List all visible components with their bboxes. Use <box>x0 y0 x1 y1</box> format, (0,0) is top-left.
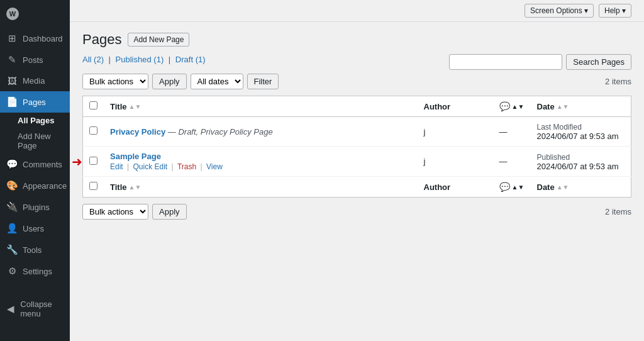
sidebar-item-settings[interactable]: ⚙ Settings <box>0 260 70 282</box>
all-dates-select[interactable]: All dates <box>191 74 243 89</box>
media-icon: 🖼 <box>6 75 18 86</box>
sidebar-item-label: Users <box>23 224 44 233</box>
title-header: Title ▲▼ <box>104 96 418 117</box>
sidebar-item-label: Comments <box>23 160 62 169</box>
settings-icon: ⚙ <box>6 266 18 277</box>
footer-comments-bubble-icon: 💬 <box>499 182 510 192</box>
footer-select-all-checkbox[interactable] <box>89 182 97 190</box>
submenu-all-pages[interactable]: All Pages <box>0 113 70 128</box>
sidebar-item-media[interactable]: 🖼 Media <box>0 70 70 91</box>
collapse-menu[interactable]: ◀ Collapse menu <box>0 294 70 323</box>
filter-published-link[interactable]: Published (1) <box>116 55 166 64</box>
wp-logo: W <box>0 0 70 28</box>
row2-trash-link[interactable]: Trash <box>177 162 196 171</box>
select-all-header <box>83 96 104 117</box>
footer-date-header: Date ▲▼ <box>531 177 631 198</box>
topbar: Screen Options ▾ Help ▾ <box>70 0 644 22</box>
dashboard-icon: ⊞ <box>6 33 18 44</box>
page-title: Pages <box>82 31 121 48</box>
row1-checkbox[interactable] <box>89 126 97 135</box>
comments-bubble-icon: 💬 <box>499 101 510 111</box>
row2-view-link[interactable]: View <box>206 162 223 171</box>
search-pages-button[interactable]: Search Pages <box>566 54 631 70</box>
sidebar-item-label: Plugins <box>23 203 50 212</box>
add-new-page-button[interactable]: Add New Page <box>128 33 189 47</box>
row2-date-info: Published 2024/06/07 at 9:53 am <box>537 152 625 171</box>
row2-date-cell: Published 2024/06/07 at 9:53 am <box>531 147 631 177</box>
main-content: Screen Options ▾ Help ▾ Pages Add New Pa… <box>70 0 644 341</box>
sidebar: W ⊞ Dashboard ✎ Posts 🖼 Media 📄 Pages Al… <box>0 0 70 341</box>
author-header: Author <box>418 96 493 117</box>
apply-button-top[interactable]: Apply <box>152 74 187 89</box>
sidebar-item-label: Tools <box>23 245 42 255</box>
bulk-actions-select-bottom[interactable]: Bulk actions <box>82 204 148 220</box>
sidebar-item-pages[interactable]: 📄 Pages <box>0 91 70 113</box>
pages-submenu: All Pages Add New Page <box>0 113 70 154</box>
comments-col-header: 💬 ▲▼ <box>499 101 525 111</box>
table-row: ➜ Sample Page Edit | Quick Edit | Trash … <box>83 147 631 177</box>
sidebar-item-comments[interactable]: 💬 Comments <box>0 154 70 175</box>
title-col-header[interactable]: Title ▲▼ <box>110 102 411 111</box>
row2-title-link[interactable]: Sample Page <box>110 152 161 161</box>
row1-title-link[interactable]: Privacy Policy <box>110 127 168 137</box>
users-icon: 👤 <box>6 223 18 234</box>
table-footer-row: Title ▲▼ Author 💬 ▲▼ <box>83 177 631 198</box>
table-header-row: Title ▲▼ Author 💬 ▲▼ <box>83 96 631 117</box>
table-row: Privacy Policy — Draft, Privacy Policy P… <box>83 117 631 147</box>
submenu-add-new-page[interactable]: Add New Page <box>0 128 70 154</box>
sidebar-item-plugins[interactable]: 🔌 Plugins <box>0 196 70 218</box>
sidebar-item-appearance[interactable]: 🎨 Appearance <box>0 175 70 196</box>
filter-links: All (2) | Published (1) | Draft (1) <box>82 55 206 64</box>
sidebar-item-label: Appearance <box>23 181 67 191</box>
row2-edit-link[interactable]: Edit <box>110 162 123 171</box>
row1-title-cell: Privacy Policy — Draft, Privacy Policy P… <box>104 117 418 147</box>
sidebar-item-users[interactable]: 👤 Users <box>0 218 70 239</box>
filter-draft-link[interactable]: Draft (1) <box>175 55 206 64</box>
row2-quick-edit-link[interactable]: Quick Edit <box>133 162 167 171</box>
row2-checkbox[interactable] <box>89 157 97 165</box>
wp-logo-icon: W <box>6 8 19 20</box>
row1-checkbox-cell <box>83 117 104 147</box>
content-area: Pages Add New Page All (2) | Published (… <box>70 22 644 229</box>
footer-author-header: Author <box>418 177 493 198</box>
title-sort-icon: ▲▼ <box>129 103 142 110</box>
row1-author-cell: j <box>418 117 493 147</box>
collapse-icon: ◀ <box>6 303 15 315</box>
row1-date-cell: Last Modified 2024/06/07 at 9:53 am <box>531 117 631 147</box>
comments-icon: 💬 <box>6 159 18 170</box>
tools-icon: 🔧 <box>6 244 18 255</box>
posts-icon: ✎ <box>6 54 18 65</box>
footer-date-col-header[interactable]: Date ▲▼ <box>537 182 625 192</box>
date-sort-icon: ▲▼ <box>557 103 569 110</box>
sort-arrows: ▲▼ <box>512 103 525 110</box>
bulk-actions-select-top[interactable]: Bulk actions <box>82 74 148 89</box>
table-controls-bottom: Bulk actions Apply 2 items <box>82 204 631 220</box>
page-header: Pages Add New Page <box>82 31 631 48</box>
filter-all-link[interactable]: All (2) <box>82 55 106 64</box>
date-header: Date ▲▼ <box>531 96 631 117</box>
date-col-header[interactable]: Date ▲▼ <box>537 102 625 111</box>
footer-checkbox-header <box>83 177 104 198</box>
sidebar-item-tools[interactable]: 🔧 Tools <box>0 239 70 260</box>
sidebar-item-posts[interactable]: ✎ Posts <box>0 49 70 70</box>
row2-comments-cell: — <box>493 147 531 177</box>
apply-button-bottom[interactable]: Apply <box>152 204 187 220</box>
select-all-checkbox[interactable] <box>89 101 97 109</box>
sidebar-item-label: Settings <box>23 267 52 276</box>
help-button[interactable]: Help ▾ <box>599 4 631 18</box>
row-arrow-indicator: ➜ <box>72 154 82 169</box>
pages-table: Title ▲▼ Author 💬 ▲▼ <box>82 96 631 198</box>
sidebar-item-label: Posts <box>23 55 43 65</box>
footer-title-sort-icon: ▲▼ <box>129 184 142 191</box>
search-input[interactable] <box>449 54 562 70</box>
items-count-top: 2 items <box>605 77 631 86</box>
filter-button[interactable]: Filter <box>247 74 279 89</box>
pages-icon: 📄 <box>6 96 18 108</box>
row2-checkbox-cell: ➜ <box>83 147 104 177</box>
table-controls-top: Bulk actions Apply All dates Filter 2 it… <box>82 74 631 89</box>
sidebar-item-dashboard[interactable]: ⊞ Dashboard <box>0 28 70 49</box>
row1-draft-badge: — Draft, Privacy Policy Page <box>168 127 273 137</box>
plugins-icon: 🔌 <box>6 201 18 213</box>
screen-options-button[interactable]: Screen Options ▾ <box>525 4 594 18</box>
footer-title-col-header[interactable]: Title ▲▼ <box>110 182 411 192</box>
